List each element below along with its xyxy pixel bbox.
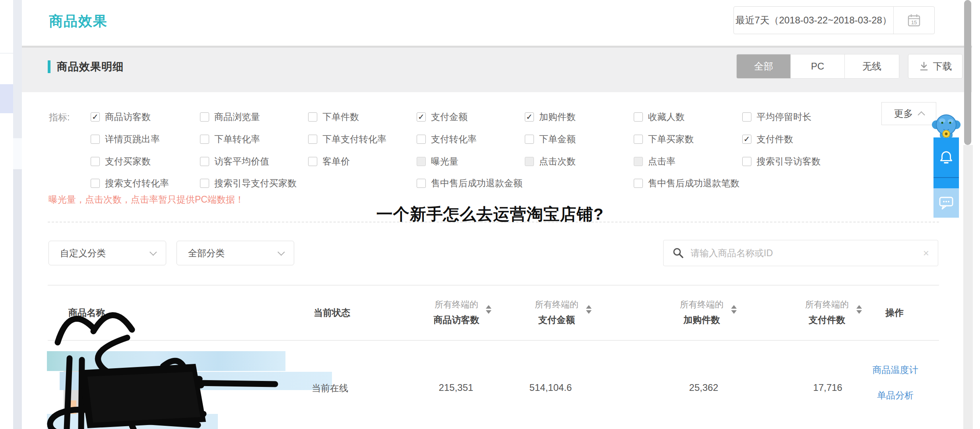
metric-checkbox[interactable]: 下单金额 [525, 133, 576, 145]
checkbox-disabled-icon [525, 157, 534, 166]
col-header-payment[interactable]: 支付金额 [538, 314, 575, 326]
checkbox-checked-icon[interactable] [91, 112, 100, 122]
metric-checkbox[interactable]: 支付金额 [417, 111, 468, 123]
checkbox-icon[interactable] [200, 157, 209, 166]
table-top-border [48, 285, 939, 286]
checkbox-icon[interactable] [91, 157, 100, 166]
metric-checkbox-disabled: 点击率 [634, 155, 675, 167]
download-button[interactable]: 下载 [908, 54, 963, 79]
metric-checkbox[interactable]: 客单价 [308, 155, 350, 167]
metric-checkbox[interactable]: 搜索引导支付买家数 [200, 177, 297, 189]
checkbox-icon[interactable] [525, 135, 534, 144]
left-rail-divider [0, 53, 13, 54]
checkbox-icon[interactable] [200, 135, 209, 144]
all-category-dropdown[interactable]: 全部分类 [177, 241, 294, 265]
notification-button[interactable] [933, 137, 959, 177]
scrollbar-thumb[interactable] [964, 0, 971, 145]
metric-checkbox[interactable]: 支付件数 [742, 133, 793, 145]
metric-checkbox[interactable]: 下单件数 [308, 111, 359, 123]
checkbox-icon[interactable] [200, 179, 209, 188]
tab-wireless[interactable]: 无线 [845, 54, 899, 78]
checkbox-icon[interactable] [634, 135, 643, 144]
product-search-box[interactable]: × [663, 240, 938, 266]
metric-checkbox[interactable]: 搜索支付转化率 [91, 177, 169, 189]
product-thermometer-link[interactable]: 商品温度计 [873, 364, 918, 376]
checkbox-icon[interactable] [91, 179, 100, 188]
checkbox-icon[interactable] [742, 112, 751, 122]
row-paid-value: 17,716 [813, 382, 842, 393]
metric-checkbox[interactable]: 平均停留时长 [742, 111, 811, 123]
tab-pc[interactable]: PC [791, 54, 845, 78]
metric-checkbox[interactable]: 加购件数 [525, 111, 576, 123]
col-header-paid[interactable]: 支付件数 [809, 314, 845, 326]
marker-scribble-redaction [28, 294, 290, 429]
feedback-chat-button[interactable] [933, 188, 959, 218]
metric-checkbox[interactable]: 访客平均价值 [200, 155, 269, 167]
sort-desc-icon[interactable] [486, 310, 491, 314]
tab-all[interactable]: 全部 [737, 54, 791, 78]
section-accent-bar [48, 60, 50, 73]
metric-checkbox[interactable]: 支付买家数 [91, 155, 151, 167]
metric-checkbox-disabled: 曝光量 [417, 155, 458, 167]
checkbox-icon[interactable] [91, 135, 100, 144]
checkbox-icon[interactable] [417, 135, 426, 144]
terminal-tabs: 全部 PC 无线 [736, 54, 899, 79]
search-input[interactable] [691, 248, 917, 259]
checkbox-icon[interactable] [634, 179, 643, 188]
single-item-analysis-link[interactable]: 单品分析 [877, 389, 914, 402]
checkbox-icon[interactable] [200, 112, 209, 122]
more-metrics-button[interactable]: 更多 [881, 102, 936, 125]
row-payment-value: 514,104.6 [530, 382, 572, 393]
sort-asc-icon[interactable] [486, 305, 491, 309]
date-range-label: 最近7天（2018-03-22~2018-03-28） [734, 7, 893, 34]
metric-checkbox[interactable]: 详情页跳出率 [91, 133, 160, 145]
sort-desc-icon[interactable] [731, 310, 737, 314]
metric-checkbox[interactable]: 收藏人数 [634, 111, 685, 123]
checkbox-icon[interactable] [308, 112, 317, 122]
metrics-row-4: 搜索支付转化率 搜索引导支付买家数 售中售后成功退款金额 售中售后成功退款笔数 [0, 177, 980, 189]
checkbox-checked-icon[interactable] [742, 135, 751, 144]
sort-desc-icon[interactable] [856, 310, 862, 314]
date-range-selector[interactable]: 最近7天（2018-03-22~2018-03-28） 15 [734, 6, 935, 34]
metric-checkbox[interactable]: 下单买家数 [634, 133, 694, 145]
custom-category-dropdown[interactable]: 自定义分类 [49, 241, 166, 265]
checkbox-checked-icon[interactable] [417, 112, 426, 122]
metric-checkbox[interactable]: 商品访客数 [91, 111, 151, 123]
metric-checkbox[interactable]: 商品浏览量 [200, 111, 260, 123]
col-super-payment: 所有终端的 [535, 299, 578, 311]
metric-checkbox[interactable]: 下单转化率 [200, 133, 260, 145]
sort-asc-icon[interactable] [586, 305, 592, 309]
sort-control-visitors[interactable] [486, 305, 491, 314]
metric-checkbox[interactable]: 售中售后成功退款笔数 [634, 177, 739, 189]
checkbox-icon[interactable] [742, 157, 751, 166]
metric-checkbox[interactable]: 售中售后成功退款金额 [417, 177, 522, 189]
col-header-cart[interactable]: 加购件数 [683, 314, 720, 326]
clear-search-icon[interactable]: × [923, 248, 929, 258]
col-header-actions: 操作 [885, 307, 904, 319]
overlay-caption: 一个新手怎么去运营淘宝店铺? [0, 203, 980, 225]
checkbox-icon[interactable] [417, 179, 426, 188]
bell-icon [939, 150, 953, 164]
more-label: 更多 [894, 107, 913, 120]
sort-asc-icon[interactable] [856, 305, 862, 309]
sort-asc-icon[interactable] [731, 305, 737, 309]
row-cart-value: 25,362 [689, 382, 718, 393]
checkbox-checked-icon[interactable] [525, 112, 534, 122]
calendar-button[interactable]: 15 [894, 7, 934, 34]
checkbox-icon[interactable] [634, 112, 643, 122]
metric-checkbox[interactable]: 下单支付转化率 [308, 133, 386, 145]
checkbox-disabled-icon [417, 157, 426, 166]
col-header-visitors[interactable]: 商品访客数 [434, 314, 479, 326]
metric-checkbox[interactable]: 搜索引导访客数 [742, 155, 821, 167]
col-super-visitors: 所有终端的 [435, 299, 478, 311]
checkbox-icon[interactable] [308, 157, 317, 166]
sort-control-paid[interactable] [856, 305, 862, 314]
chat-icon [938, 196, 954, 210]
mascot-elephant[interactable] [932, 113, 961, 139]
sort-control-cart[interactable] [731, 305, 737, 314]
metric-checkbox[interactable]: 支付转化率 [417, 133, 477, 145]
sort-control-payment[interactable] [586, 305, 592, 314]
sort-desc-icon[interactable] [586, 310, 592, 314]
checkbox-icon[interactable] [308, 135, 317, 144]
scrollbar-track[interactable] [963, 145, 973, 429]
